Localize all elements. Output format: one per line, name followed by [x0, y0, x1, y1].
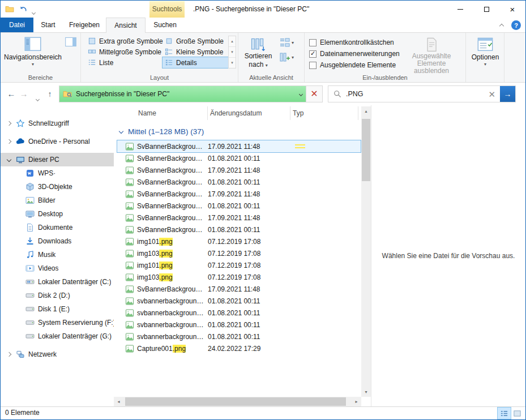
file-row[interactable]: img103.png07.12.2019 17:08 [117, 271, 361, 283]
sidebar-item-downloads[interactable]: Downloads [1, 234, 114, 248]
stop-search-button[interactable]: ✕ [306, 86, 322, 102]
sidebar-item-lokaler-datentr-ger-c[interactable]: Lokaler Datenträger (C:) [1, 275, 114, 289]
hide-selected-button[interactable]: Ausgewählte Elemente ausblenden [399, 35, 464, 75]
file-row[interactable]: img101.png07.12.2019 17:08 [117, 259, 361, 271]
scroll-left-button[interactable]: ◂ [114, 397, 123, 406]
sidebar-item-desktop[interactable]: Desktop [1, 207, 114, 221]
sidebar-item-disk-2-d[interactable]: Disk 2 (D:) [1, 289, 114, 302]
address-location[interactable]: Suchergebnisse in "Dieser PC" [76, 90, 297, 98]
sidebar-item-wps[interactable]: WPS· [1, 166, 114, 180]
thumbnail-view-button[interactable] [511, 408, 524, 419]
scroll-up-button[interactable]: ▴ [361, 106, 371, 116]
file-row[interactable]: svbannerbackgroun…01.08.2021 00:11 [117, 331, 361, 342]
checkbox-elementkontrollk-stchen[interactable]: Elementkontrollkästchen [309, 37, 400, 48]
group-header[interactable]: Mittel (1–128 MB) (37) [117, 124, 360, 139]
layout-scroll-up-button[interactable]: ▴ [229, 36, 236, 46]
forward-button[interactable]: → [18, 88, 30, 100]
quick-access-toolbar-dropdown[interactable] [32, 8, 35, 16]
checkbox-unchecked-icon[interactable] [309, 62, 317, 69]
sidebar-item-dieser-pc[interactable]: Dieser PC [1, 153, 114, 166]
file-row[interactable]: SvBannerBackgrou…17.09.2021 11:48 [117, 164, 361, 176]
sidebar-item-bilder[interactable]: Bilder [1, 194, 114, 207]
group-by-button[interactable]: ▾ [279, 37, 294, 48]
chevron-right-icon[interactable] [7, 139, 11, 144]
checkbox-ausgeblendete-elemente[interactable]: Ausgeblendete Elemente [309, 59, 400, 71]
layout-option-details[interactable]: Details [162, 57, 228, 68]
file-row[interactable]: svbannerbackgroun…01.08.2021 00:11 [117, 295, 361, 307]
chevron-right-icon[interactable] [7, 121, 11, 126]
file-row[interactable]: SvBannerBackgrou…01.08.2021 00:11 [117, 224, 361, 235]
search-box[interactable]: ✕ → [328, 85, 516, 102]
layout-option-mittelgro-e-symbole[interactable]: Mittelgroße Symbole [85, 46, 162, 57]
tab-search[interactable]: Suchen [146, 18, 185, 32]
search-input[interactable] [346, 90, 484, 98]
navigation-pane-button[interactable]: Navigationsbereich ▾ [3, 35, 63, 74]
add-columns-button[interactable]: ▾ [279, 52, 294, 62]
sort-by-button[interactable]: Sortieren nach ▾ [241, 35, 276, 74]
search-go-button[interactable]: → [500, 86, 515, 102]
tab-start[interactable]: Start [33, 18, 63, 32]
file-row[interactable]: SvBannerBackgrou…01.08.2021 00:11 [117, 176, 361, 188]
column-header-name[interactable]: Name [117, 106, 208, 120]
sidebar-item-lokaler-datentr-ger-g[interactable]: Lokaler Datenträger (G:) [1, 329, 114, 343]
file-row[interactable]: SvBannerBackgrou…17.09.2021 11:48 [117, 140, 361, 152]
sidebar-item-musik[interactable]: Musik [1, 248, 114, 262]
clear-search-button[interactable]: ✕ [484, 90, 500, 98]
sidebar-item-dokumente[interactable]: Dokumente [1, 221, 114, 234]
file-row[interactable]: Capture001.png24.02.2022 17:29 [117, 342, 361, 354]
file-row[interactable]: SvBannerBackgrou…17.09.2021 11:48 [117, 212, 361, 224]
layout-option-kleine-symbole[interactable]: Kleine Symbole [162, 46, 228, 57]
file-row[interactable]: SvBannerBackgrou…01.08.2021 00:11 [117, 152, 361, 164]
file-row[interactable]: SvBannerBackgrou…17.09.2021 11:48 [117, 283, 361, 295]
sidebar-item-schnellzugriff[interactable]: Schnellzugriff [1, 117, 114, 130]
options-button[interactable]: Optionen ▾ [469, 35, 501, 74]
sidebar-item-videos[interactable]: Videos [1, 262, 114, 275]
tab-view[interactable]: Ansicht [106, 18, 146, 33]
file-row[interactable]: img103.png07.12.2019 17:08 [117, 247, 361, 259]
search-progress-bar[interactable]: Suchergebnisse in "Dieser PC" [59, 86, 306, 102]
file-row[interactable]: SvBannerBackgrou…01.08.2021 00:11 [117, 200, 361, 212]
close-button[interactable]: × [499, 1, 525, 18]
sidebar-item-system-reservierung-f[interactable]: System Reservierung (F:) [1, 316, 114, 329]
tab-share[interactable]: Freigeben [63, 18, 106, 32]
checkbox-checked-icon[interactable]: ✓ [309, 50, 317, 58]
explorer-app-icon[interactable] [5, 5, 14, 14]
checkbox-unchecked-icon[interactable] [309, 39, 317, 46]
back-button[interactable]: ← [5, 88, 18, 100]
undo-button[interactable] [19, 5, 28, 14]
file-row[interactable]: svbannerbackgroun…01.08.2021 00:11 [117, 319, 361, 331]
tab-file[interactable]: Datei [1, 18, 33, 32]
preview-pane-button[interactable] [65, 37, 76, 47]
sidebar-item-3d-objekte[interactable]: 3D-Objekte [1, 180, 114, 194]
sidebar-item-netzwerk[interactable]: Netzwerk [1, 348, 114, 361]
vertical-scrollbar[interactable]: ▴ ▾ [361, 106, 371, 397]
horizontal-scrollbar[interactable]: ◂ ▸ [114, 397, 361, 406]
maximize-button[interactable] [473, 1, 499, 18]
file-row[interactable]: img101.png07.12.2019 17:08 [117, 235, 361, 247]
horizontal-scrollbar-thumb[interactable] [125, 397, 346, 406]
file-row[interactable]: svbannerbackgroun…01.08.2021 00:11 [117, 307, 361, 319]
scroll-down-button[interactable]: ▾ [361, 387, 371, 397]
up-button[interactable]: ↑ [44, 88, 56, 100]
scroll-right-button[interactable]: ▸ [352, 397, 361, 406]
address-dropdown-icon[interactable] [299, 92, 303, 96]
contextual-tab-header[interactable]: Suchtools [149, 1, 185, 18]
column-header-type[interactable]: Typ [290, 106, 358, 120]
minimize-button[interactable] [447, 1, 473, 18]
chevron-down-icon[interactable] [7, 157, 11, 162]
help-button[interactable]: ? [511, 20, 521, 30]
layout-scroll-down-button[interactable]: ▾ [229, 46, 236, 57]
address-bar[interactable]: Suchergebnisse in "Dieser PC" ✕ [59, 85, 323, 102]
file-row[interactable]: SvBannerBackgrou…17.09.2021 11:48 [117, 188, 361, 200]
layout-option-gro-e-symbole[interactable]: Große Symbole [162, 36, 228, 46]
details-view-button[interactable] [498, 408, 511, 419]
sidebar-item-onedrive-personal[interactable]: OneDrive - Personal [1, 135, 114, 148]
layout-more-button[interactable]: ▾ [229, 57, 236, 68]
sidebar-item-disk-1-e[interactable]: Disk 1 (E:) [1, 302, 114, 316]
checkbox-dateinamenerweiterungen[interactable]: ✓Dateinamenerweiterungen [309, 48, 400, 59]
vertical-scrollbar-thumb[interactable] [362, 119, 370, 181]
layout-option-extra-gro-e-symbole[interactable]: Extra große Symbole [85, 36, 162, 46]
collapse-ribbon-button[interactable] [497, 22, 506, 30]
chevron-right-icon[interactable] [7, 352, 11, 357]
recent-locations-button[interactable] [31, 92, 44, 104]
